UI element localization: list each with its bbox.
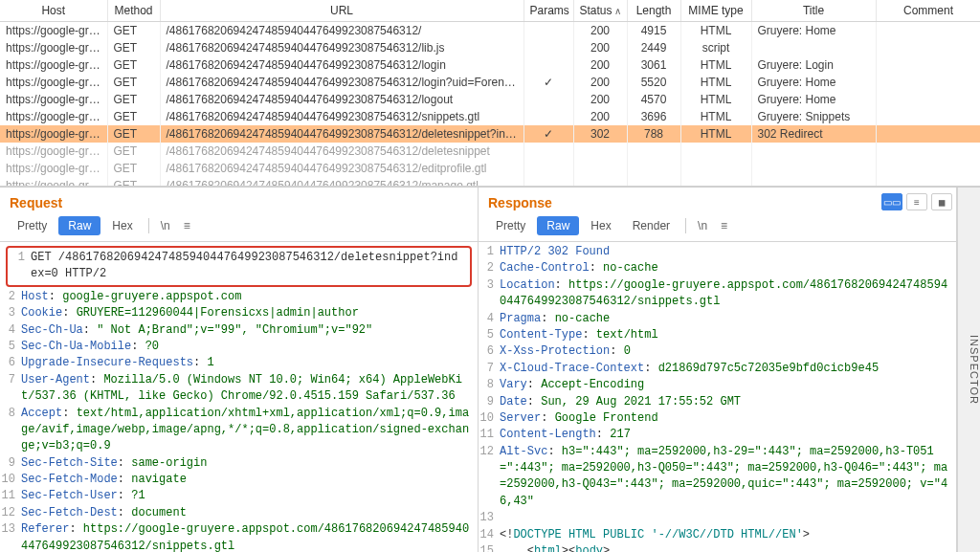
- table-row[interactable]: https://google-gruye...GET/4861768206942…: [0, 160, 980, 177]
- history-table-container: HostMethodURLParamsStatus∧LengthMIME typ…: [0, 0, 980, 187]
- table-row[interactable]: https://google-gruye...GET/4861768206942…: [0, 56, 980, 74]
- col-params[interactable]: Params: [523, 0, 573, 22]
- col-status[interactable]: Status∧: [573, 0, 627, 22]
- response-newline-toggle[interactable]: \n: [692, 216, 713, 235]
- table-row[interactable]: https://google-gruye...GET/4861768206942…: [0, 22, 980, 40]
- col-host[interactable]: Host: [0, 0, 107, 22]
- request-editor[interactable]: 1GET /4861768206942474859404476499230875…: [0, 242, 478, 552]
- col-comment[interactable]: Comment: [876, 0, 980, 22]
- history-header-row[interactable]: HostMethodURLParamsStatus∧LengthMIME typ…: [0, 0, 980, 22]
- table-row[interactable]: https://google-gruye...GET/4861768206942…: [0, 177, 980, 187]
- table-row[interactable]: https://google-gruye...GET/4861768206942…: [0, 39, 980, 56]
- col-url[interactable]: URL: [160, 0, 523, 22]
- layout-horizontal-icon[interactable]: ▭▭: [881, 193, 902, 210]
- sort-arrow-icon: ∧: [612, 6, 621, 16]
- request-lines-icon[interactable]: ≡: [178, 216, 196, 235]
- response-tab-hex[interactable]: Hex: [581, 216, 620, 235]
- col-length[interactable]: Length: [627, 0, 680, 22]
- layout-combined-icon[interactable]: ◼: [931, 193, 952, 210]
- response-title: Response: [479, 188, 562, 216]
- col-title[interactable]: Title: [751, 0, 876, 22]
- history-body: https://google-gruye...GET/4861768206942…: [0, 22, 980, 188]
- table-row[interactable]: https://google-gruye...GET/4861768206942…: [0, 143, 980, 160]
- table-row[interactable]: https://google-gruye...GET/4861768206942…: [0, 125, 980, 143]
- request-tab-raw[interactable]: Raw: [58, 216, 100, 235]
- request-title: Request: [0, 188, 478, 216]
- table-row[interactable]: https://google-gruye...GET/4861768206942…: [0, 108, 980, 125]
- col-mime-type[interactable]: MIME type: [680, 0, 751, 22]
- separator-icon: [148, 218, 149, 233]
- response-editor[interactable]: 1HTTP/2 302 Found2Cache-Control: no-cach…: [479, 242, 956, 552]
- response-view-toolbar: Pretty Raw Hex Render \n ≡: [479, 216, 956, 242]
- table-row[interactable]: https://google-gruye...GET/4861768206942…: [0, 91, 980, 108]
- response-tab-render[interactable]: Render: [623, 216, 679, 235]
- separator-icon: [685, 218, 686, 233]
- table-row[interactable]: https://google-gruye...GET/4861768206942…: [0, 74, 980, 91]
- inspector-sidebar-tab[interactable]: INSPECTOR: [957, 188, 980, 552]
- request-panel: Request Pretty Raw Hex \n ≡ 1GET /486176…: [0, 188, 479, 552]
- request-tab-hex[interactable]: Hex: [102, 216, 142, 235]
- response-lines-icon[interactable]: ≡: [715, 216, 733, 235]
- request-newline-toggle[interactable]: \n: [155, 216, 176, 235]
- response-tab-raw[interactable]: Raw: [537, 216, 579, 235]
- history-table[interactable]: HostMethodURLParamsStatus∧LengthMIME typ…: [0, 0, 980, 187]
- request-tab-pretty[interactable]: Pretty: [8, 216, 56, 235]
- response-panel: Response ▭▭ ≡ ◼ Pretty Raw Hex Render \n…: [479, 188, 957, 552]
- request-view-toolbar: Pretty Raw Hex \n ≡: [0, 216, 478, 242]
- response-tab-pretty[interactable]: Pretty: [486, 216, 535, 235]
- layout-toolbar: ▭▭ ≡ ◼: [878, 190, 956, 213]
- col-method[interactable]: Method: [107, 0, 160, 22]
- layout-vertical-icon[interactable]: ≡: [906, 193, 927, 210]
